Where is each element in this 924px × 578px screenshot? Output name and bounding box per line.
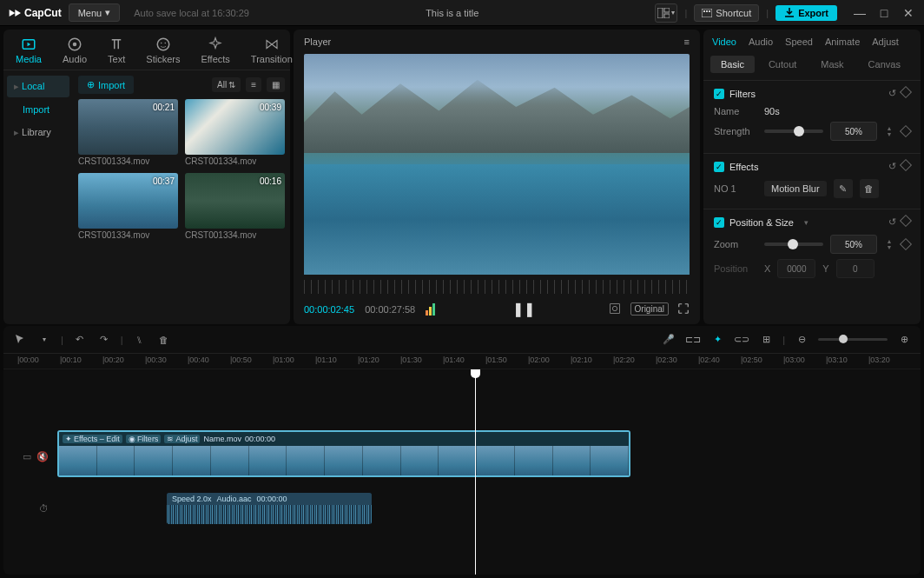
- svg-rect-5: [706, 10, 708, 12]
- auto-snap-button[interactable]: ✦: [710, 334, 725, 345]
- effects-checkbox[interactable]: ✓: [714, 162, 724, 172]
- redo-button[interactable]: ↷: [96, 334, 112, 345]
- chevron-icon: ▸: [14, 81, 22, 91]
- delete-effect-button[interactable]: 🗑: [860, 179, 879, 198]
- sidebar-library[interactable]: ▸ Library: [7, 122, 69, 143]
- keyframe-icon[interactable]: [900, 125, 912, 137]
- filter-all-button[interactable]: All ⇅: [212, 77, 241, 92]
- edit-effect-button[interactable]: ✎: [834, 179, 853, 198]
- timeline-ruler[interactable]: |00:00|00:10|00:20|00:30|00:40|00:50|01:…: [3, 354, 921, 369]
- play-pause-button[interactable]: ❚❚: [512, 301, 535, 317]
- zoom-stepper[interactable]: ▲▼: [884, 238, 894, 250]
- select-tool[interactable]: [12, 334, 28, 346]
- tool-chevron[interactable]: ▾: [36, 336, 52, 343]
- keyframe-icon[interactable]: [900, 238, 912, 250]
- inspector-tab-adjust[interactable]: Adjust: [872, 37, 899, 47]
- minimize-button[interactable]: —: [851, 6, 868, 20]
- audio-clip[interactable]: Speed 2.0x Audio.aac 00:00:00: [167, 493, 372, 524]
- inspector-tab-audio[interactable]: Audio: [749, 37, 773, 47]
- split-button[interactable]: ⑊: [132, 335, 148, 345]
- export-button[interactable]: Export: [776, 5, 837, 21]
- preview-axis-button[interactable]: ⊞: [758, 334, 774, 345]
- zoom-value[interactable]: 50%: [830, 235, 877, 254]
- zoom-out-button[interactable]: ⊖: [794, 334, 809, 345]
- inspector-tab-animate[interactable]: Animate: [825, 37, 860, 47]
- timeline-tracks[interactable]: ▭ 🔇 ✦ Effects – Edit ◉ Filters ≋ Adjust …: [3, 369, 921, 575]
- tab-transition[interactable]: Transition: [248, 35, 296, 66]
- record-button[interactable]: 🎤: [661, 334, 676, 345]
- maximize-button[interactable]: □: [875, 6, 893, 20]
- keyframe-icon[interactable]: [900, 86, 912, 98]
- tab-stickers[interactable]: Stickers: [142, 35, 183, 66]
- snapshot-button[interactable]: [608, 302, 622, 317]
- original-badge[interactable]: Original: [630, 302, 669, 316]
- subtab-cutout[interactable]: Cutout: [758, 56, 807, 73]
- menu-button[interactable]: Menu ▾: [69, 3, 121, 22]
- fullscreen-button[interactable]: [677, 302, 690, 316]
- strength-slider[interactable]: [764, 130, 823, 133]
- chevron-icon: ▸: [14, 127, 22, 137]
- clip-effects-tag[interactable]: ✦ Effects – Edit: [63, 435, 122, 443]
- position-checkbox[interactable]: ✓: [714, 217, 724, 228]
- sort-icon: ⇅: [228, 80, 235, 90]
- subtab-canvas[interactable]: Canvas: [858, 56, 911, 73]
- undo-button[interactable]: ↶: [72, 334, 88, 345]
- media-item[interactable]: 00:21CRST001334.mov: [78, 99, 178, 166]
- project-title[interactable]: This is a title: [256, 8, 649, 18]
- shortcut-button[interactable]: Shortcut: [694, 4, 759, 22]
- track-mute-icon[interactable]: 🔇: [36, 451, 49, 462]
- subtab-basic[interactable]: Basic: [710, 56, 755, 73]
- playhead[interactable]: [475, 369, 476, 575]
- preview-ruler[interactable]: [304, 280, 690, 294]
- clip-filters-tag[interactable]: ◉ Filters: [126, 435, 162, 443]
- plus-icon: ⊕: [87, 79, 95, 90]
- inspector-tab-speed[interactable]: Speed: [785, 37, 813, 47]
- zoom-slider[interactable]: [818, 338, 888, 341]
- video-clip[interactable]: ✦ Effects – Edit ◉ Filters ≋ Adjust Name…: [57, 430, 630, 477]
- sidebar-local[interactable]: ▸ Local: [7, 76, 69, 97]
- tab-effects[interactable]: Effects: [197, 35, 233, 66]
- reset-icon[interactable]: ↺: [888, 216, 896, 228]
- player-menu-icon[interactable]: ≡: [684, 37, 690, 47]
- video-preview[interactable]: [304, 54, 690, 275]
- media-item[interactable]: 00:37CRST001334.mov: [78, 173, 178, 240]
- reset-icon[interactable]: ↺: [888, 161, 896, 172]
- clip-adjust-tag[interactable]: ≋ Adjust: [164, 435, 200, 443]
- separator: |: [684, 8, 687, 18]
- main-track-magnet[interactable]: ⊏⊐: [685, 334, 701, 345]
- x-value[interactable]: 0000: [777, 259, 815, 278]
- delete-button[interactable]: 🗑: [156, 335, 172, 345]
- media-item[interactable]: 00:16CRST001334.mov: [185, 173, 285, 240]
- layout-button[interactable]: ▾: [655, 3, 677, 23]
- sidebar-label: Local: [22, 81, 44, 91]
- import-button[interactable]: ⊕Import: [78, 76, 134, 94]
- tab-media[interactable]: Media: [12, 35, 45, 66]
- linkage-button[interactable]: ⊂⊃: [734, 334, 749, 345]
- svg-rect-4: [703, 10, 705, 12]
- y-value[interactable]: 0: [836, 259, 874, 278]
- audio-levels-icon[interactable]: [426, 303, 439, 316]
- view-grid-button[interactable]: ▦: [267, 77, 285, 92]
- reset-icon[interactable]: ↺: [888, 88, 896, 99]
- current-time: 00:00:02:45: [304, 304, 354, 315]
- close-button[interactable]: ✕: [900, 6, 917, 20]
- zoom-in-button[interactable]: ⊕: [896, 334, 912, 345]
- strength-stepper[interactable]: ▲▼: [884, 125, 894, 137]
- zoom-slider[interactable]: [764, 242, 823, 246]
- track-clock-icon[interactable]: ⏱: [39, 503, 49, 514]
- chevron-down-icon[interactable]: ▾: [804, 218, 808, 227]
- strength-value[interactable]: 50%: [830, 122, 877, 141]
- view-list-button[interactable]: ≡: [246, 77, 261, 92]
- sidebar-import[interactable]: Import: [7, 99, 69, 120]
- tab-audio[interactable]: Audio: [59, 35, 90, 66]
- subtab-mask[interactable]: Mask: [810, 56, 854, 73]
- tab-text[interactable]: Text: [104, 35, 129, 66]
- inspector-tab-video[interactable]: Video: [712, 37, 736, 47]
- keyframe-icon[interactable]: [900, 215, 912, 227]
- name-label: Name: [714, 106, 757, 116]
- filters-checkbox[interactable]: ✓: [714, 89, 724, 99]
- media-item[interactable]: 00:39CRST001334.mov: [185, 99, 285, 166]
- track-lock-icon[interactable]: ▭: [23, 451, 31, 462]
- clip-duration: 00:21: [153, 103, 175, 112]
- keyframe-icon[interactable]: [900, 159, 912, 171]
